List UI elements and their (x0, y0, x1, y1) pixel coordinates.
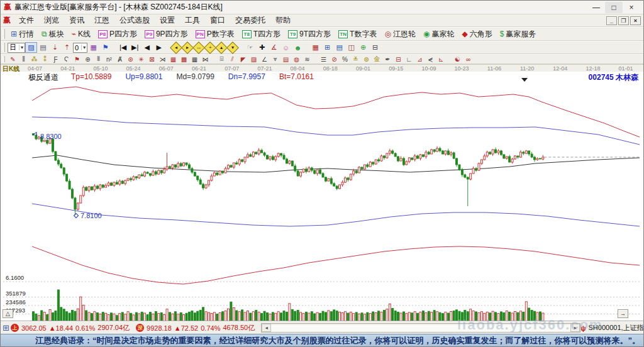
draw-tool-button-12[interactable]: ✳ (136, 55, 147, 63)
first-bar-button[interactable]: |◀ (117, 42, 129, 53)
menu-item-1[interactable]: 浏览 (39, 14, 64, 26)
draw-tool-button-34[interactable]: ⊜ (361, 55, 372, 63)
refresh-button[interactable]: ⊕ (357, 42, 369, 53)
draw-tool-button-18[interactable]: ⋈ (200, 55, 211, 63)
restore-dropdown[interactable]: 0▾ (73, 43, 87, 53)
save-layout-button[interactable]: ◫ (345, 42, 357, 53)
hexagon-button[interactable]: ◆六角形 (458, 28, 495, 41)
indicator-up-button[interactable]: ⇡ (61, 42, 73, 53)
calendar-button[interactable]: ▦ (309, 42, 321, 53)
draw-tool-button-14[interactable]: ⋊ (157, 55, 168, 63)
draw-tool-button-6[interactable]: ⚑ (72, 55, 82, 63)
menu-item-9[interactable]: 帮助 (270, 14, 296, 26)
draw-tool-button-1[interactable]: ⫼ (18, 55, 29, 63)
minimize-button[interactable]: — (587, 2, 605, 13)
draw-tool-button-3[interactable]: ⁑ (40, 55, 50, 63)
last-bar-button[interactable]: ▶| (129, 42, 141, 53)
gann-wheel-button[interactable]: ◎江恩轮 (381, 28, 418, 41)
maximize-button[interactable]: □ (605, 2, 623, 13)
diamond-down-button[interactable]: ▾ (226, 41, 239, 54)
calculator-button[interactable]: ⊞ (321, 42, 333, 53)
mdi-minimize-button[interactable]: _ (606, 16, 617, 25)
hand-tool-button[interactable]: ☞ (244, 42, 256, 53)
current-index-status[interactable]: ψ SH000001,上证指数 (580, 323, 644, 333)
draw-tool-button-4[interactable]: Ƒ (50, 55, 61, 63)
draw-tool-button-7[interactable]: ⊕ (82, 55, 93, 63)
next-bar-button[interactable]: ▶ (153, 42, 165, 53)
draw-tool-button-43[interactable]: ☯ (452, 55, 463, 63)
menu-item-0[interactable]: 文件 (14, 14, 39, 26)
draw-tool-button-13[interactable]: ⊠ (147, 55, 157, 63)
t-table-button[interactable]: TNT数字表 (335, 28, 380, 41)
menu-item-4[interactable]: 公式选股 (114, 14, 155, 26)
draw-tool-button-0[interactable]: ✎ (8, 55, 18, 63)
period-dropdown[interactable]: 日▾ (8, 43, 25, 53)
quote-grid-icon[interactable]: ⊞ (3, 324, 9, 332)
9t-square-button[interactable]: T99T四方形 (285, 28, 334, 41)
draw-tool-button-11[interactable]: ⊛ (125, 55, 136, 63)
draw-tool-button-26[interactable]: ▤ (280, 55, 291, 63)
menu-item-2[interactable]: 资讯 (64, 14, 89, 26)
draw-tool-button-8[interactable]: ⫴ (93, 55, 104, 63)
draw-tool-button-10[interactable]: Ⱥ (114, 55, 125, 63)
sz-index-quote[interactable]: 深 9928.18▲72.52 0.74%4678.50亿 (136, 323, 255, 333)
draw-tool-button-38[interactable]: ∟ (404, 55, 414, 63)
group-face-button[interactable]: ☻ (292, 42, 304, 53)
draw-tool-button-39[interactable]: ⊿ (414, 55, 425, 63)
draw-tool-button-2[interactable]: ⁂ (29, 55, 40, 63)
quote-button[interactable]: ⊞行情 (8, 28, 37, 41)
draw-tool-button-30[interactable]: ☰ (318, 55, 329, 63)
draw-tool-button-21[interactable]: ⫽ (227, 55, 238, 63)
draw-tool-button-28[interactable]: ≋ (302, 55, 313, 63)
chart-type-button[interactable]: ▨ (25, 42, 37, 53)
draw-tool-button-23[interactable]: ▨ (248, 55, 259, 63)
draw-tool-button-22[interactable]: ◤ (238, 55, 248, 63)
grid-overlay-button[interactable]: ▦ (87, 42, 99, 53)
draw-tool-button-24[interactable]: ∠ (259, 55, 270, 63)
chart-scroll-right-button[interactable]: → (618, 309, 628, 318)
menu-item-5[interactable]: 设置 (155, 14, 180, 26)
notebook-button[interactable]: ▤ (333, 42, 345, 53)
info-panel-button[interactable]: ▤ (37, 42, 49, 53)
p-table-button[interactable]: PNP数字表 (192, 28, 238, 41)
prev-bar-button[interactable]: ◀ (141, 42, 153, 53)
kline-chart[interactable]: 8.83007.81006.1600351879234586117293 (1, 72, 643, 321)
draw-tool-button-16[interactable]: ▩ (179, 55, 189, 63)
chart-h-scrollbar[interactable]: ◂ ▸ (261, 323, 580, 333)
indicator-down-button[interactable]: ⇣ (49, 42, 61, 53)
mdi-restore-button[interactable]: ❐ (618, 16, 629, 25)
draw-tool-button-20[interactable]: ⌸ (216, 55, 227, 63)
draw-tool-button-33[interactable]: ≚ (350, 55, 361, 63)
draw-tool-button-32[interactable]: % (340, 55, 350, 63)
scrollbar-right-arrow[interactable]: ▸ (570, 324, 580, 332)
kline-button[interactable]: ⌁K线 (69, 28, 94, 41)
draw-tool-button-37[interactable]: ⊟ (393, 55, 404, 63)
menu-item-3[interactable]: 江恩 (89, 14, 114, 26)
angle-measure-button[interactable]: ∡ (268, 42, 280, 53)
flag-tool-button[interactable]: ⚑ (99, 42, 111, 53)
draw-tool-button-27[interactable]: ◍ (291, 55, 302, 63)
mdi-close-button[interactable]: × (630, 16, 641, 25)
menu-item-6[interactable]: 工具 (180, 14, 205, 26)
draw-tool-button-17[interactable]: ▦ (189, 55, 200, 63)
draw-tool-button-35[interactable]: 金 (372, 55, 382, 63)
draw-tool-button-9[interactable]: n² (104, 55, 114, 63)
draw-tool-button-40[interactable]: ⋞ (425, 55, 436, 63)
close-button[interactable]: × (623, 2, 640, 13)
draw-tool-button-44[interactable]: ∞ (463, 55, 474, 63)
draw-tool-button-25[interactable]: ⩔ (270, 55, 280, 63)
sh-index-quote[interactable]: 上 3062.05▲18.44 0.61%2907.04亿 (11, 323, 130, 333)
draw-tool-button-5[interactable]: Ϛ (61, 55, 72, 63)
p-square-button[interactable]: P8P四方形 (95, 28, 140, 41)
draw-tool-button-15[interactable]: ▦ (168, 55, 179, 63)
9p-square-button[interactable]: P99P四方形 (142, 28, 191, 41)
crosshair-button[interactable]: ✚ (256, 42, 268, 53)
draw-tool-button-36[interactable]: ✒ (382, 55, 393, 63)
t-square-button[interactable]: T8T四方形 (239, 28, 284, 41)
workstation-button[interactable]: ⊟ (369, 42, 381, 53)
chart-scroll-left-button[interactable]: △ (3, 309, 13, 318)
scrollbar-left-arrow[interactable]: ◂ (262, 324, 271, 332)
menu-item-7[interactable]: 窗口 (205, 14, 230, 26)
winner-wheel-button[interactable]: ◉赢家轮 (420, 28, 457, 41)
sector-button[interactable]: ⧉板块 (38, 28, 67, 41)
